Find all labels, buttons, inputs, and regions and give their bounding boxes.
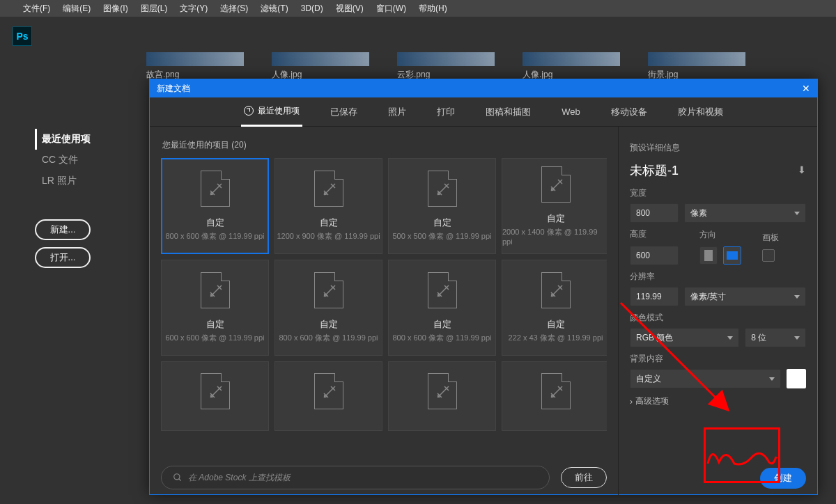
- menu-help[interactable]: 帮助(H): [412, 3, 454, 15]
- artboard-label: 画板: [762, 232, 779, 244]
- tab-recent[interactable]: 最近使用项: [241, 97, 302, 127]
- tab-art[interactable]: 图稿和插图: [483, 97, 534, 127]
- recent-items-label: 您最近使用的项目 (20): [162, 139, 607, 151]
- preset-card[interactable]: 自定800 x 600 像素 @ 119.99 ppi: [388, 260, 496, 356]
- document-icon: [201, 373, 230, 409]
- artboard-checkbox[interactable]: [762, 249, 775, 262]
- menu-3d[interactable]: 3D(D): [295, 3, 330, 13]
- recent-thumb[interactable]: 街景.jpg: [648, 52, 745, 81]
- menu-image[interactable]: 图像(I): [97, 3, 134, 15]
- preset-title: 自定: [206, 216, 224, 229]
- dialog-title-text: 新建文档: [157, 83, 190, 95]
- menu-window[interactable]: 窗口(W): [370, 3, 412, 15]
- document-icon: [541, 373, 571, 409]
- create-button[interactable]: 创建: [760, 468, 806, 489]
- resolution-input[interactable]: 119.99: [630, 287, 679, 306]
- menu-layer[interactable]: 图层(L): [134, 3, 174, 15]
- preset-card[interactable]: 自定1200 x 900 像素 @ 119.99 ppi: [274, 158, 382, 254]
- nav-cc-files[interactable]: CC 文件: [35, 150, 132, 171]
- tab-mobile[interactable]: 移动设备: [608, 97, 650, 127]
- orientation-landscape[interactable]: [723, 246, 741, 265]
- preset-dimensions: 800 x 600 像素 @ 119.99 ppi: [165, 231, 264, 242]
- preset-title: 自定: [320, 318, 338, 331]
- preset-card[interactable]: 自定800 x 600 像素 @ 119.99 ppi: [161, 158, 269, 254]
- background-color-swatch[interactable]: [787, 369, 806, 388]
- stock-go-button[interactable]: 前往: [561, 467, 607, 488]
- preset-card[interactable]: 自定500 x 500 像素 @ 119.99 ppi: [388, 158, 496, 254]
- orientation-label: 方向: [699, 229, 741, 241]
- preset-card[interactable]: 自定2000 x 1400 像素 @ 119.99 ppi: [502, 158, 607, 254]
- preset-title: 自定: [206, 318, 224, 331]
- details-header-label: 预设详细信息: [630, 142, 806, 154]
- document-icon: [314, 171, 343, 207]
- nav-recent[interactable]: 最近使用项: [35, 129, 132, 150]
- preset-details-pane: 预设详细信息 未标题-1 ⬇ 宽度 800 像素 高度 600 方向: [618, 127, 817, 496]
- recent-thumb[interactable]: 云彩.png: [397, 52, 495, 81]
- tab-web[interactable]: Web: [559, 97, 583, 127]
- clock-icon: [244, 106, 254, 116]
- preset-title: 自定: [433, 216, 451, 229]
- open-button[interactable]: 打开...: [35, 247, 91, 268]
- width-label: 宽度: [630, 187, 806, 199]
- document-icon: [541, 272, 571, 308]
- document-icon: [201, 272, 230, 308]
- menu-select[interactable]: 选择(S): [214, 3, 254, 15]
- save-preset-icon[interactable]: ⬇: [798, 164, 806, 175]
- preset-card[interactable]: [502, 361, 607, 431]
- tab-photo[interactable]: 照片: [385, 97, 409, 127]
- recent-files-row: 故宫.png 人像.jpg 云彩.png 人像.jpg 街景.jpg: [146, 52, 828, 81]
- close-icon[interactable]: ✕: [802, 83, 810, 94]
- new-document-dialog: 新建文档 ✕ 最近使用项 已保存 照片 打印 图稿和插图 Web 移动设备 胶片…: [149, 79, 818, 495]
- color-depth-select[interactable]: 8 位: [745, 328, 806, 347]
- dialog-titlebar[interactable]: 新建文档 ✕: [150, 79, 817, 97]
- preset-title: 自定: [547, 212, 565, 225]
- svg-point-12: [174, 474, 180, 480]
- tab-print[interactable]: 打印: [434, 97, 458, 127]
- document-name[interactable]: 未标题-1: [630, 162, 679, 179]
- preset-dimensions: 2000 x 1400 像素 @ 119.99 ppi: [502, 227, 607, 246]
- advanced-options-toggle[interactable]: 高级选项: [630, 395, 806, 407]
- height-input[interactable]: 600: [630, 246, 679, 265]
- menu-type[interactable]: 文字(Y): [173, 3, 214, 15]
- preset-card[interactable]: [388, 361, 496, 431]
- color-mode-select[interactable]: RGB 颜色: [630, 328, 739, 347]
- tab-film[interactable]: 胶片和视频: [675, 97, 726, 127]
- width-unit-select[interactable]: 像素: [684, 203, 806, 223]
- preset-dimensions: 222 x 43 像素 @ 119.99 ppi: [509, 333, 603, 343]
- height-label: 高度: [630, 228, 679, 240]
- menu-filter[interactable]: 滤镜(T): [254, 3, 294, 15]
- recent-thumb[interactable]: 人像.jpg: [522, 52, 620, 81]
- preset-title: 自定: [433, 318, 451, 331]
- search-icon: [173, 473, 183, 482]
- preset-dimensions: 800 x 600 像素 @ 119.99 ppi: [392, 333, 491, 343]
- preset-card[interactable]: 自定800 x 600 像素 @ 119.99 ppi: [274, 260, 382, 356]
- document-icon: [314, 272, 343, 308]
- presets-pane: 您最近使用的项目 (20) 自定800 x 600 像素 @ 119.99 pp…: [150, 127, 618, 496]
- recent-thumb[interactable]: 故宫.png: [146, 52, 244, 81]
- preset-card[interactable]: [274, 361, 382, 431]
- ps-logo-icon: Ps: [13, 26, 32, 46]
- document-icon: [201, 171, 230, 207]
- menu-view[interactable]: 视图(V): [330, 3, 370, 15]
- presets-grid: 自定800 x 600 像素 @ 119.99 ppi自定1200 x 900 …: [161, 158, 607, 457]
- menu-file[interactable]: 文件(F): [17, 3, 56, 15]
- background-select[interactable]: 自定义: [630, 369, 781, 388]
- preset-card[interactable]: [161, 361, 269, 431]
- home-left-nav: 最近使用项 CC 文件 LR 照片 新建... 打开...: [35, 129, 132, 268]
- new-button[interactable]: 新建...: [35, 219, 91, 240]
- orientation-portrait[interactable]: [699, 246, 718, 265]
- resolution-unit-select[interactable]: 像素/英寸: [684, 287, 806, 306]
- app-menubar: 文件(F) 编辑(E) 图像(I) 图层(L) 文字(Y) 选择(S) 滤镜(T…: [0, 0, 836, 17]
- document-icon: [314, 373, 343, 409]
- width-input[interactable]: 800: [630, 203, 679, 223]
- nav-lr-photos[interactable]: LR 照片: [35, 171, 132, 191]
- preset-title: 自定: [547, 318, 565, 331]
- svg-line-13: [179, 479, 181, 481]
- preset-card[interactable]: 自定600 x 600 像素 @ 119.99 ppi: [161, 260, 269, 356]
- preset-card[interactable]: 自定222 x 43 像素 @ 119.99 ppi: [502, 260, 607, 356]
- tab-saved[interactable]: 已保存: [327, 97, 360, 127]
- menu-edit[interactable]: 编辑(E): [56, 3, 97, 15]
- recent-thumb[interactable]: 人像.jpg: [272, 52, 369, 81]
- stock-search-input[interactable]: 在 Adobe Stock 上查找模板: [161, 466, 550, 489]
- preset-dimensions: 800 x 600 像素 @ 119.99 ppi: [279, 333, 378, 343]
